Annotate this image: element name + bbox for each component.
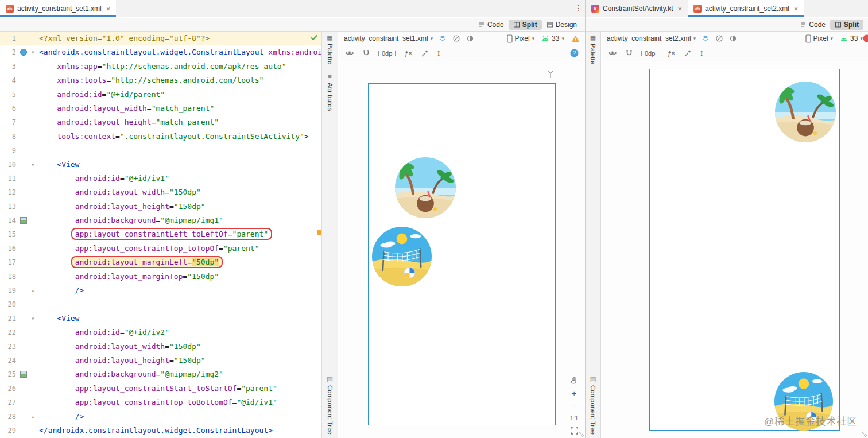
cursor-ibeam-icon[interactable]: I (700, 49, 703, 58)
clear-constraints-icon[interactable]: ƒ× (667, 49, 675, 57)
code-line-18[interactable]: 18 android:layout_marginTop="150dp" (0, 270, 321, 284)
phone-icon (507, 34, 513, 43)
code-line-16[interactable]: 16 app:layout_constraintTop_toTopOf="par… (0, 242, 321, 255)
autoconnect-magnet-icon[interactable] (363, 49, 370, 57)
palette-tab[interactable]: ▦ Palette (322, 34, 338, 64)
inspection-ok-icon[interactable] (310, 34, 318, 42)
beach-image-img2[interactable] (372, 227, 432, 286)
help-icon[interactable]: ? (570, 49, 579, 57)
view-options-eye-icon[interactable] (608, 50, 617, 56)
code-line-6[interactable]: 6 android:layout_width="match_parent" (0, 102, 321, 115)
gutter: 6 (0, 102, 38, 115)
zoom-fit-icon[interactable] (571, 427, 578, 435)
code-line-17[interactable]: 17 android:layout_marginLeft="50dp" (0, 255, 321, 269)
design-mode-button[interactable]: Design (542, 20, 582, 30)
design-canvas-set1[interactable]: + − 1:1 (339, 61, 585, 438)
theme-icon[interactable] (466, 34, 474, 42)
orientation-icon[interactable] (452, 34, 460, 42)
tab-constraintsetactivity-kt[interactable]: K ConstraintSetActivity.kt × (586, 0, 688, 17)
code-line-23[interactable]: 23 android:layout_width="150dp" (0, 340, 321, 354)
code-line-5[interactable]: 5 android:id="@+id/parent" (0, 88, 321, 102)
fold-up-icon[interactable]: ▴ (32, 284, 34, 297)
beach-image-img1[interactable] (775, 82, 836, 142)
code-line-4[interactable]: 4 xmlns:tools="http://schemas.android.co… (0, 73, 321, 87)
code-line-19[interactable]: 19▴ /> (0, 284, 321, 297)
api-selector[interactable]: 33 ▾ (840, 34, 863, 42)
code-line-25[interactable]: 25 android:background="@mipmap/img2" (0, 367, 321, 381)
beach-image-img1[interactable] (395, 157, 456, 218)
error-icon[interactable] (863, 34, 868, 44)
more-options-icon[interactable]: ⋮ (575, 3, 583, 13)
code-line-1[interactable]: 1<?xml version="1.0" encoding="utf-8"?> (0, 32, 321, 45)
code-line-27[interactable]: 27 app:layout_constraintTop_toBottomOf="… (0, 396, 321, 409)
fold-down-icon[interactable]: ▾ (32, 312, 34, 325)
close-icon[interactable]: × (794, 5, 799, 13)
attributes-tab[interactable]: ≡ Attributes (322, 73, 338, 111)
layers-icon[interactable] (702, 34, 710, 42)
clear-constraints-icon[interactable]: ƒ× (404, 49, 412, 57)
resize-handle[interactable] (862, 432, 867, 437)
infer-constraints-wand-icon[interactable] (684, 49, 692, 57)
code-line-12[interactable]: 12 android:layout_width="150dp" (0, 185, 321, 199)
orientation-icon[interactable] (715, 34, 723, 42)
code-mode-button[interactable]: Code (795, 20, 830, 30)
zoom-in-button[interactable]: + (572, 389, 576, 397)
autoconnect-magnet-icon[interactable] (626, 49, 633, 57)
code-line-7[interactable]: 7 android:layout_height="match_parent" (0, 115, 321, 129)
device-selector[interactable]: Pixel ▾ (507, 34, 535, 43)
fold-up-icon[interactable]: ▴ (32, 410, 34, 424)
cursor-ibeam-icon[interactable]: I (437, 49, 440, 58)
code-line-10[interactable]: 10▾ <View (0, 158, 321, 172)
component-tree-tab[interactable]: ▤ Component Tree (586, 375, 600, 435)
tab-activity-constraint-set1-xml[interactable]: </> activity_constraint_set1.xml × (0, 0, 116, 17)
gutter: 14 (0, 214, 38, 227)
scrollbar-warning-marker[interactable] (317, 230, 321, 235)
default-margin-selector[interactable]: 0dp (378, 50, 396, 57)
code-mode-button[interactable]: Code (474, 20, 509, 30)
device-selector[interactable]: Pixel ▾ (805, 34, 834, 43)
infer-constraints-wand-icon[interactable] (421, 49, 429, 57)
code-line-20[interactable]: 20 (0, 297, 321, 311)
split-mode-button[interactable]: Split (509, 20, 542, 30)
code-line-28[interactable]: 28▴ /> (0, 410, 321, 424)
api-selector[interactable]: 33 ▾ (541, 34, 564, 42)
warning-icon[interactable] (571, 35, 580, 42)
code-line-8[interactable]: 8 tools:context=".constraintlayout.Const… (0, 130, 321, 144)
code-line-24[interactable]: 24 android:layout_height="150dp" (0, 354, 321, 367)
resize-handle[interactable] (579, 432, 584, 437)
layers-icon[interactable] (439, 34, 447, 42)
tab-activity-constraint-set2-xml[interactable]: </> activity_constraint_set2.xml × (688, 0, 804, 17)
editor-group-divider[interactable] (585, 0, 586, 438)
code-line-3[interactable]: 3 xmlns:app="http://schemas.android.com/… (0, 60, 321, 73)
code-line-13[interactable]: 13 android:layout_height="150dp" (0, 200, 321, 214)
code-editor[interactable]: 1<?xml version="1.0" encoding="utf-8"?>2… (0, 32, 321, 438)
code-line-29[interactable]: 29</androidx.constraintlayout.widget.Con… (0, 424, 321, 437)
gutter: 1 (0, 32, 38, 45)
code-line-21[interactable]: 21▾ <View (0, 312, 321, 325)
code-line-22[interactable]: 22 android:id="@+id/iv2" (0, 325, 321, 339)
close-icon[interactable]: × (106, 5, 111, 13)
fold-down-icon[interactable]: ▾ (32, 45, 34, 59)
view-options-eye-icon[interactable] (345, 50, 354, 56)
component-tree-tab[interactable]: ▤ Component Tree (322, 375, 338, 435)
code-text: app:layout_constraintTop_toTopOf="parent… (39, 242, 259, 255)
code-line-26[interactable]: 26 app:layout_constraintStart_toStartOf=… (0, 382, 321, 396)
zoom-out-button[interactable]: − (572, 402, 576, 410)
gutter: 2▾ (0, 45, 38, 59)
layout-file-selector[interactable]: activity_constraint_set1.xml ▾ (344, 34, 433, 42)
design-canvas-set2[interactable]: @稀土掘金技术社区 (602, 61, 868, 438)
zoom-reset-button[interactable]: 1:1 (570, 414, 578, 423)
code-line-14[interactable]: 14 android:background="@mipmap/img1" (0, 214, 321, 227)
layout-file-selector[interactable]: activity_constraint_set2.xml ▾ (607, 34, 696, 42)
close-icon[interactable]: × (677, 5, 682, 13)
code-line-9[interactable]: 9 (0, 144, 321, 157)
code-line-2[interactable]: 2▾<androidx.constraintlayout.widget.Cons… (0, 45, 321, 59)
default-margin-selector[interactable]: 0dp (641, 50, 658, 57)
fold-down-icon[interactable]: ▾ (32, 158, 34, 172)
theme-icon[interactable] (729, 34, 737, 42)
code-line-15[interactable]: 15 app:layout_constraintLeft_toLeftOf="p… (0, 227, 321, 241)
code-line-11[interactable]: 11 android:id="@+id/iv1" (0, 172, 321, 185)
palette-tab[interactable]: ▦ Palette (586, 34, 600, 64)
pan-hand-icon[interactable] (570, 377, 578, 385)
split-mode-button[interactable]: Split (830, 20, 863, 30)
